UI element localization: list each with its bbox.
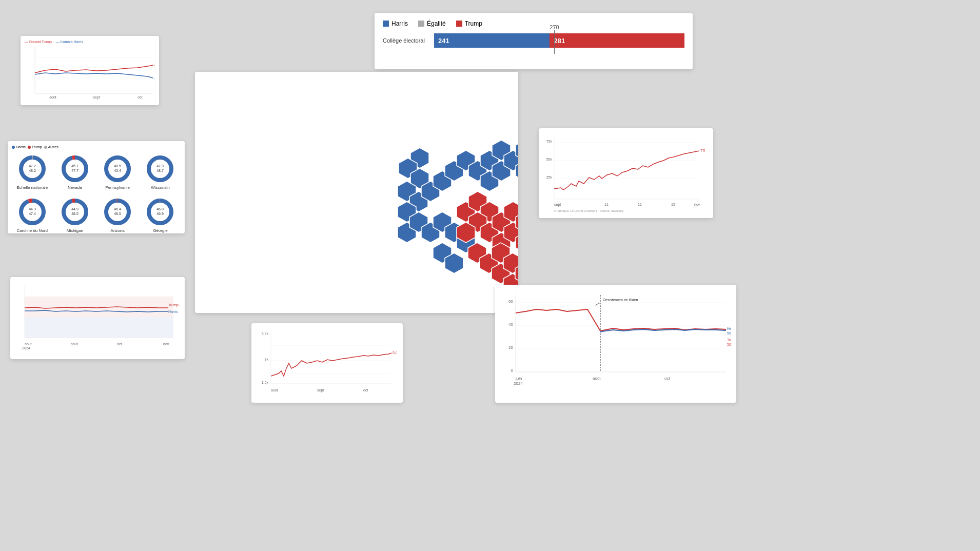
trump-bar: 281 (550, 33, 684, 48)
svg-text:2024: 2024 (514, 381, 523, 386)
donut-cell-georgie: 46.8 46.9 Géorgie (140, 194, 181, 233)
svg-text:5,5k: 5,5k (262, 332, 269, 336)
svg-text:77k: 77k (700, 149, 705, 152)
svg-text:45.1: 45.1 (71, 164, 79, 168)
donut-label-pennsylvanie: Pennsylvanie (105, 185, 130, 190)
svg-text:oct: oct (363, 388, 368, 392)
svg-text:50%: 50% (727, 331, 731, 335)
svg-text:Désistement de Biden: Désistement de Biden (603, 298, 638, 302)
donut-trump-color (28, 146, 31, 149)
svg-text:44.9: 44.9 (71, 207, 79, 211)
bar-track: 241 281 (434, 33, 684, 48)
donut-cell-wisconsin: 47.9 48.7 Wisconsin (140, 151, 181, 192)
donut-autres-label: Autres (48, 145, 58, 149)
donut-charts-card: Harris Trump Autres 47.2 48.2 Échelle na… (8, 141, 185, 233)
svg-text:sept: sept (93, 95, 100, 100)
hex-map-card: Harris Trump (195, 72, 518, 313)
svg-text:25k: 25k (546, 175, 553, 179)
svg-text:48.7: 48.7 (157, 169, 164, 172)
svg-text:47.4: 47.4 (29, 212, 36, 215)
svg-text:48.5: 48.5 (71, 212, 79, 215)
svg-text:48.2: 48.2 (29, 169, 36, 172)
donut-cell-arizona: 46.4 48.5 Arizona (97, 194, 138, 233)
donut-harris-legend: Harris (12, 145, 26, 149)
donut-harris-label: Harris (16, 145, 26, 149)
line-chart-bc-svg: 5,5k 3k 1,5k 5,0k août sept oct (256, 327, 397, 399)
donut-cell-nevada: 45.1 47.7 Nevada (54, 151, 95, 192)
svg-text:47.2: 47.2 (29, 164, 36, 168)
svg-text:nov: nov (694, 203, 700, 206)
donut-label-michigan: Michigan (67, 228, 83, 233)
donut-grid: 47.2 48.2 Échelle nationale 45.1 47.7 Ne… (12, 151, 181, 233)
svg-text:juin: juin (515, 376, 522, 381)
svg-text:—: — (154, 76, 155, 80)
svg-text:août: août (593, 376, 601, 381)
svg-text:46.8: 46.8 (157, 207, 164, 211)
svg-text:août: août (71, 342, 78, 346)
electoral-bar-card: Harris Égalité Trump Collège électoral 2… (375, 13, 693, 69)
donut-harris-color (12, 146, 15, 149)
svg-text:oct: oct (117, 342, 122, 346)
svg-text:46.9: 46.9 (157, 212, 164, 215)
trump-legend-item: Trump (456, 20, 482, 27)
line-chart-br-svg: 60 40 20 0 Désistement de Biden Harris 5… (500, 290, 731, 398)
donut-cell-nationale: 47.2 48.2 Échelle nationale (12, 151, 52, 192)
donut-label-georgie: Géorgie (153, 228, 167, 233)
svg-text:2024: 2024 (22, 346, 30, 350)
donut-label-nationale: Échelle nationale (16, 185, 48, 190)
svg-text:Trump: Trump (168, 303, 179, 307)
donut-label-arizona: Arizona (111, 228, 125, 233)
svg-text:47.7: 47.7 (71, 169, 79, 172)
line-chart-bl-svg: Trump Harris août 2024 août oct nov (14, 281, 179, 353)
svg-text:20: 20 (508, 345, 513, 350)
donut-autres-color (44, 146, 47, 149)
svg-text:11: 11 (604, 203, 609, 206)
donut-label-wisconsin: Wisconsin (151, 185, 169, 190)
threshold-line: 270 (550, 24, 559, 54)
svg-text:45.4: 45.4 (114, 169, 121, 172)
bar-container: 270 241 281 (434, 33, 684, 48)
line-chart-tl-svg: août sept oct — — (25, 45, 155, 101)
threshold-tick (554, 30, 555, 54)
svg-text:5,0k: 5,0k (393, 351, 397, 355)
threshold-label: 270 (550, 24, 559, 30)
donut-trump-legend: Trump (28, 145, 42, 149)
svg-text:60: 60 (508, 299, 513, 304)
svg-text:Harris: Harris (168, 310, 178, 313)
svg-text:48.5: 48.5 (114, 212, 121, 215)
line-chart-tl-card: — Donald Trump — Kamala Harris août sept… (21, 36, 159, 105)
harris-legend-item: Harris (383, 20, 408, 27)
svg-text:oct: oct (664, 376, 670, 381)
line-chart-tr-card: 75k 50k 25k 77k sept 11 11 15 nov Graphi… (539, 128, 713, 218)
harris-legend-color (383, 21, 389, 27)
bar-row: Collège électoral 270 241 281 (383, 33, 684, 48)
hex-map-svg: Harris Trump (195, 72, 518, 313)
svg-text:11: 11 (638, 203, 642, 206)
line-chart-tl-title: — Donald Trump — Kamala Harris (25, 40, 155, 44)
donut-label-caroline: Caroline du Nord (16, 228, 47, 233)
svg-text:3k: 3k (265, 358, 269, 361)
svg-text:48.5: 48.5 (114, 164, 121, 168)
svg-text:Harris: Harris (727, 327, 731, 330)
egalite-legend-item: Égalité (418, 20, 446, 27)
egalite-legend-label: Égalité (427, 20, 446, 27)
svg-text:sept: sept (317, 388, 324, 392)
svg-text:75k: 75k (546, 140, 553, 143)
svg-text:1,5k: 1,5k (262, 381, 269, 384)
svg-text:44.3: 44.3 (29, 207, 36, 211)
line-chart-bl-card: Trump Harris août 2024 août oct nov (10, 277, 185, 359)
svg-text:15: 15 (671, 203, 675, 206)
line-chart-bc-card: 5,5k 3k 1,5k 5,0k août sept oct (251, 323, 403, 403)
harris-bar: 241 (434, 33, 550, 48)
svg-text:août: août (25, 342, 32, 346)
trump-legend-color (456, 21, 462, 27)
line-chart-tr-svg: 75k 50k 25k 77k sept 11 11 15 nov Graphi… (543, 132, 705, 214)
harris-legend-label: Harris (391, 20, 408, 27)
svg-text:—: — (154, 63, 155, 67)
donut-cell-caroline: 44.3 47.4 Caroline du Nord (12, 194, 52, 233)
svg-line-223 (595, 303, 600, 305)
svg-text:40: 40 (508, 322, 513, 327)
svg-text:47.9: 47.9 (157, 164, 164, 168)
svg-text:50k: 50k (546, 158, 553, 161)
donut-autres-legend: Autres (44, 145, 58, 149)
